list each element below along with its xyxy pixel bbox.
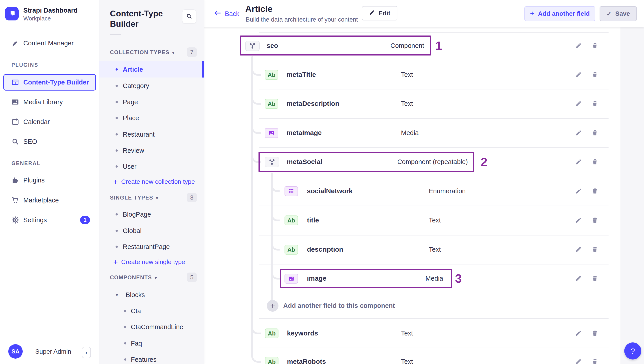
panel-item-page[interactable]: Page — [100, 94, 204, 110]
edit-field-icon[interactable] — [575, 100, 582, 107]
user-avatar[interactable]: SA — [8, 344, 23, 358]
row-divider — [259, 118, 608, 119]
bullet-icon — [124, 342, 126, 344]
field-name: metaSocial — [287, 158, 322, 165]
edit-button[interactable]: Edit — [362, 6, 398, 21]
search-icon — [186, 13, 192, 20]
sidebar-collapse-button[interactable]: ‹ — [82, 347, 91, 358]
edit-field-icon[interactable] — [575, 275, 582, 282]
edit-field-icon[interactable] — [575, 42, 582, 49]
delete-field-icon[interactable] — [592, 129, 598, 136]
row-divider — [259, 32, 608, 33]
content-type-builder-icon — [12, 78, 19, 86]
components-header[interactable]: COMPONENTS▾ — [110, 274, 157, 281]
delete-field-icon[interactable] — [592, 275, 598, 282]
plus-icon: + — [270, 301, 275, 311]
panel-item-global[interactable]: Global — [100, 223, 204, 239]
sidebar-item-calendar[interactable]: Calendar — [0, 114, 100, 130]
panel-item-cta[interactable]: Cta — [100, 303, 204, 319]
delete-field-icon[interactable] — [592, 100, 598, 107]
single-types-header[interactable]: SINGLE TYPES▾ — [110, 195, 158, 201]
edit-field-icon[interactable] — [575, 71, 582, 78]
edit-field-icon[interactable] — [575, 358, 582, 364]
plus-icon: + — [530, 9, 534, 18]
marketplace-cart-icon — [12, 196, 19, 204]
panel-search-button[interactable] — [182, 10, 196, 23]
bullet-icon — [116, 68, 118, 71]
row-divider — [259, 206, 608, 206]
arrow-left-icon — [214, 9, 222, 19]
field-name: image — [307, 275, 326, 282]
bullet-icon — [116, 117, 118, 119]
panel-item-article[interactable]: Article — [100, 61, 204, 78]
delete-field-icon[interactable] — [592, 358, 598, 364]
create-single-type-link[interactable]: + Create new single type — [100, 255, 204, 269]
delete-field-icon[interactable] — [592, 42, 598, 49]
panel-item-category[interactable]: Category — [100, 78, 204, 94]
panel-item-restaurantpage[interactable]: RestaurantPage — [100, 239, 204, 255]
field-type: Text — [429, 246, 441, 253]
sidebar-item-label: Media Library — [23, 98, 63, 106]
edit-field-icon[interactable] — [575, 330, 582, 337]
sidebar-item-plugins[interactable]: Plugins — [0, 172, 100, 188]
annotation-number-3: 3 — [455, 272, 462, 284]
sidebar-item-content-manager[interactable]: Content Manager — [0, 35, 100, 51]
help-button[interactable]: ? — [624, 342, 641, 359]
enumeration-field-icon — [284, 186, 298, 196]
component-field-icon — [265, 157, 279, 167]
media-field-icon — [284, 274, 298, 284]
bullet-icon — [116, 85, 118, 87]
sidebar-item-media-library[interactable]: Media Library — [0, 94, 100, 110]
delete-field-icon[interactable] — [592, 158, 598, 165]
create-collection-type-link[interactable]: + Create new collection type — [100, 174, 204, 189]
delete-field-icon[interactable] — [592, 188, 598, 194]
edit-field-icon[interactable] — [575, 246, 582, 253]
add-another-field-button[interactable]: + Add another field — [524, 6, 595, 21]
bullet-icon — [124, 310, 126, 312]
delete-field-icon[interactable] — [592, 330, 598, 337]
add-field-to-component-button[interactable]: + — [267, 300, 278, 312]
panel-item-faq[interactable]: Faq — [100, 335, 204, 351]
strapi-logo-icon — [5, 7, 18, 21]
sidebar-item-content-type-builder[interactable]: Content-Type Builder — [0, 74, 100, 90]
panel-item-ctacommandline[interactable]: CtaCommandLine — [100, 319, 204, 335]
annotation-number-2: 2 — [481, 156, 488, 168]
panel-item-restaurant[interactable]: Restaurant — [100, 126, 204, 142]
annotation-number-1: 1 — [435, 40, 442, 52]
add-field-to-component-label[interactable]: Add another field to this component — [283, 302, 395, 309]
bullet-icon — [116, 230, 118, 232]
bullet-icon — [116, 133, 118, 135]
field-name: socialNetwork — [307, 187, 352, 195]
panel-item-place[interactable]: Place — [100, 110, 204, 126]
panel-item-features[interactable]: Features — [100, 351, 204, 364]
back-link[interactable]: Back — [214, 9, 239, 19]
sidebar-item-marketplace[interactable]: Marketplace — [0, 192, 100, 208]
collection-types-header[interactable]: COLLECTION TYPES▾ — [110, 49, 175, 56]
component-field-icon — [245, 41, 260, 51]
delete-field-icon[interactable] — [592, 71, 598, 78]
panel-group-blocks[interactable]: ▾ Blocks — [100, 287, 204, 303]
edit-field-icon[interactable] — [575, 188, 582, 194]
page-background-gutter — [620, 27, 644, 364]
tree-trunk-metasocial — [271, 172, 273, 300]
plus-icon: + — [113, 177, 118, 186]
components-count: 5 — [187, 273, 197, 282]
panel-item-user[interactable]: User — [100, 158, 204, 174]
edit-field-icon[interactable] — [575, 129, 582, 136]
panel-item-blogpage[interactable]: BlogPage — [100, 206, 204, 223]
delete-field-icon[interactable] — [592, 246, 598, 253]
edit-field-icon[interactable] — [575, 217, 582, 224]
settings-gear-icon — [12, 216, 19, 224]
sidebar-footer-divider — [0, 339, 100, 339]
delete-field-icon[interactable] — [592, 217, 598, 224]
save-button[interactable]: ✓ Save — [600, 6, 637, 21]
sidebar-section-general: GENERAL — [12, 160, 40, 166]
edit-field-icon[interactable] — [575, 158, 582, 165]
chevron-left-icon: ‹ — [85, 349, 88, 356]
sidebar-item-seo[interactable]: SEO — [0, 133, 100, 150]
field-type: Component — [390, 42, 424, 49]
field-name: keywords — [287, 329, 318, 337]
panel-item-review[interactable]: Review — [100, 142, 204, 159]
sidebar-item-label: Content Manager — [23, 40, 74, 47]
bullet-icon — [116, 149, 118, 152]
